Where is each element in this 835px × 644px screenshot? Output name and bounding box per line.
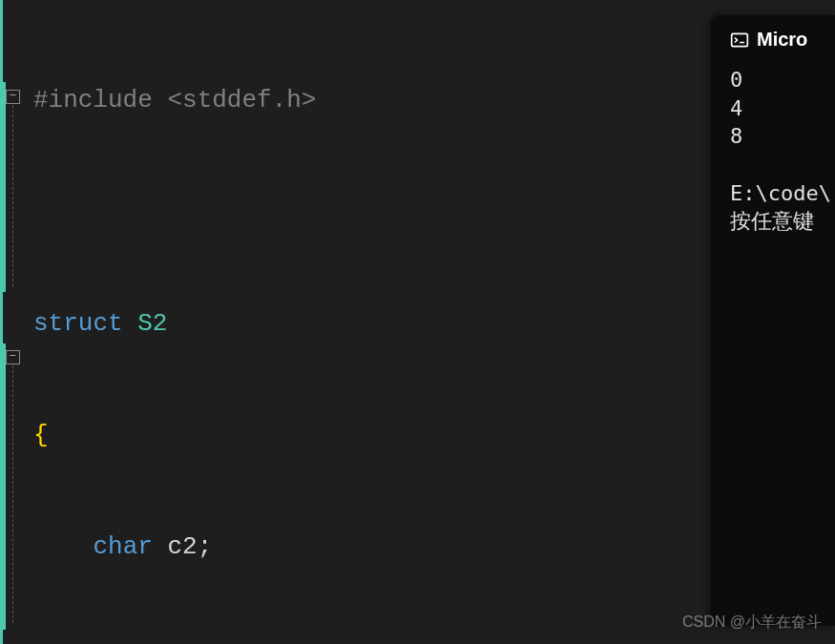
- code-line: int n;: [3, 640, 687, 644]
- code-line: struct S2: [3, 305, 687, 343]
- terminal-output[interactable]: 0 4 8 E:\code\ 按任意键: [711, 60, 835, 236]
- terminal-icon: [730, 31, 749, 50]
- change-marker: [3, 82, 6, 292]
- output-line: 0: [730, 68, 742, 92]
- include-header: <stddef.h>: [167, 86, 316, 114]
- kw-char: char: [93, 532, 152, 561]
- output-line: 8: [730, 124, 742, 148]
- code-line: {: [3, 417, 687, 454]
- brace-open: {: [33, 421, 49, 449]
- code-area[interactable]: #include <stddef.h> struct S2 { char c2;…: [3, 0, 687, 644]
- type-name: S2: [137, 309, 167, 338]
- fold-guide: [12, 365, 13, 623]
- terminal-window[interactable]: Micro 0 4 8 E:\code\ 按任意键: [711, 15, 835, 626]
- terminal-title: Micro: [757, 29, 807, 51]
- code-line: char c2;: [3, 529, 687, 566]
- fold-toggle-icon[interactable]: −: [6, 350, 20, 364]
- field: c2: [167, 532, 197, 561]
- output-path: E:\code\: [730, 181, 831, 205]
- change-marker: [3, 343, 6, 630]
- include-keyword: #include: [33, 86, 153, 114]
- terminal-titlebar[interactable]: Micro: [711, 15, 835, 60]
- code-editor[interactable]: #include <stddef.h> struct S2 { char c2;…: [0, 0, 687, 644]
- kw-struct: struct: [33, 309, 123, 338]
- output-prompt: 按任意键: [730, 209, 814, 233]
- fold-guide: [12, 105, 13, 286]
- output-line: 4: [730, 96, 742, 120]
- fold-toggle-icon[interactable]: −: [6, 90, 20, 104]
- watermark: CSDN @小羊在奋斗: [682, 613, 822, 633]
- svg-rect-0: [732, 33, 748, 46]
- code-line-blank: [3, 194, 687, 231]
- fold-gutter: − −: [6, 0, 29, 644]
- code-line: #include <stddef.h>: [3, 82, 687, 119]
